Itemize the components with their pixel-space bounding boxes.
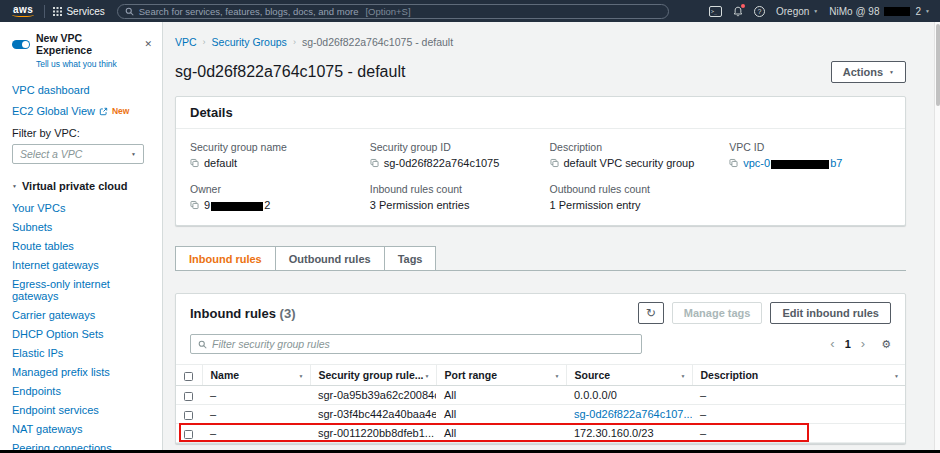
grid-icon [53,7,62,16]
refresh-icon: ↻ [646,306,656,320]
sidebar-item-nat-gateways[interactable]: NAT gateways [12,423,146,435]
sidebar-item-ec2-global-view[interactable]: EC2 Global View New [12,105,154,117]
tab-inbound-rules[interactable]: Inbound rules [175,246,276,271]
sort-icon: ▼ [894,373,899,379]
copy-icon[interactable] [550,158,559,168]
region-selector[interactable]: Oregon ▼ [776,6,818,17]
sidebar-item-route-tables[interactable]: Route tables [12,240,146,252]
vpc-sidebar: New VPC Experience ✕ Tell us what you th… [0,22,163,450]
copy-icon[interactable] [729,158,738,168]
filter-row: ‹ 1 › ⚙ [176,332,905,364]
new-badge: New [112,106,129,116]
sidebar-item-your-vpcs[interactable]: Your VPCs [12,202,146,214]
sidebar-item-dhcp-option-sets[interactable]: DHCP Option Sets [12,328,146,340]
vpc-id-link[interactable]: vpc-0b7 [743,157,842,169]
account-redaction [884,7,910,16]
select-all-header[interactable] [176,365,202,386]
page-scrollbar[interactable] [934,22,940,450]
details-card: Details Security group name default Secu… [175,96,906,226]
select-all-checkbox[interactable] [184,372,193,381]
security-group-id-value: sg-0d26f822a764c1075 [384,157,500,169]
gear-icon[interactable]: ⚙ [881,338,891,351]
sidebar-item-internet-gateways[interactable]: Internet gateways [12,259,146,271]
help-button[interactable]: ? [754,6,765,17]
previous-page-icon[interactable]: ‹ [830,339,834,349]
aws-logo[interactable]: aws [10,4,36,18]
edit-inbound-rules-button[interactable]: Edit inbound rules [770,302,891,324]
scrollbar-thumb[interactable] [936,24,940,106]
cell-port-range: All [436,405,566,424]
detail-owner: Owner 92 [190,183,352,211]
cell-rule-id: sgr-03f4bc442a40baa4e [310,405,436,424]
column-header-source[interactable]: Source▼ [566,365,692,386]
copy-icon[interactable] [190,158,199,168]
sidebar-item-subnets[interactable]: Subnets [12,221,146,233]
sidebar-item-egress-only-internet-gateways[interactable]: Egress-only internet gateways [12,278,146,302]
column-header-description[interactable]: Description▼ [692,365,905,386]
sidebar-item-vpc-dashboard[interactable]: VPC dashboard [12,84,154,96]
inbound-rules-title: Inbound rules (3) [190,306,295,321]
refresh-button[interactable]: ↻ [638,302,664,324]
detail-outbound-rules-count: Outbound rules count 1 Permission entry [550,183,712,211]
global-search-input[interactable]: Search for services, features, blogs, do… [117,4,669,19]
breadcrumb: VPC › Security Groups › sg-0d26f822a764c… [175,36,906,48]
search-shortcut-hint: [Option+S] [365,6,410,17]
account-menu[interactable]: NiMo @ 982 ▼ [829,6,930,17]
sidebar-item-endpoints[interactable]: Endpoints [12,385,146,397]
sidebar-item-managed-prefix-lists[interactable]: Managed prefix lists [12,366,146,378]
table-actions: ↻ Manage tags Edit inbound rules [638,302,891,324]
column-header-name[interactable]: Name▼ [202,365,310,386]
manage-tags-button[interactable]: Manage tags [672,302,763,324]
sidebar-item-elastic-ips[interactable]: Elastic IPs [12,347,146,359]
inbound-rules-table: Name▼ Security group rule...▼ Port range… [176,364,905,443]
section-virtual-private-cloud[interactable]: ▼ Virtual private cloud [12,180,154,192]
details-card-title: Details [176,97,905,129]
row-checkbox[interactable] [184,392,193,401]
close-icon[interactable]: ✕ [144,39,154,49]
page-number[interactable]: 1 [845,338,851,350]
next-page-icon[interactable]: › [861,339,865,349]
sidebar-item-carrier-gateways[interactable]: Carrier gateways [12,309,146,321]
cell-source-link[interactable]: sg-0d26f822a764c107... [566,405,692,424]
column-header-rule-id[interactable]: Security group rule...▼ [310,365,436,386]
cell-description: – [692,386,905,405]
question-icon: ? [754,6,765,17]
chevron-down-icon: ▼ [12,183,17,189]
tab-outbound-rules[interactable]: Outbound rules [275,246,385,271]
new-experience-toggle[interactable] [12,40,30,49]
cell-port-range: All [436,386,566,405]
inbound-rules-title-text: Inbound rules [190,306,276,321]
services-menu[interactable]: Services [53,6,104,17]
new-experience-label: New VPC Experience [36,32,138,56]
cell-description: – [692,424,905,443]
cloudshell-button[interactable]: >_ [709,6,722,17]
toggle-knob [22,41,29,48]
detail-security-group-id: Security group ID sg-0d26f822a764c1075 [370,141,532,169]
row-checkbox[interactable] [184,411,193,420]
copy-icon[interactable] [190,200,199,210]
actions-button[interactable]: Actions ▼ [831,61,906,83]
table-header-row: Name▼ Security group rule...▼ Port range… [176,365,905,386]
description-value: default VPC security group [564,157,695,169]
sidebar-nav-list: Your VPCs Subnets Route tables Internet … [12,202,154,450]
sidebar-item-endpoint-services[interactable]: Endpoint services [12,404,146,416]
sort-icon: ▼ [681,373,686,379]
vpc-select-dropdown[interactable]: Select a VPC ▼ [12,144,144,164]
page-header: sg-0d26f822a764c1075 - default Actions ▼ [175,60,906,84]
vpc-id-prefix: vpc-0 [743,157,770,169]
chevron-down-icon: ▼ [131,151,136,157]
breadcrumb-security-groups[interactable]: Security Groups [212,36,287,48]
row-checkbox[interactable] [184,430,193,439]
feedback-link[interactable]: Tell us what you think [36,59,154,69]
column-header-port-range[interactable]: Port range▼ [436,365,566,386]
rules-filter-input[interactable] [212,338,634,350]
sidebar-item-peering-connections[interactable]: Peering connections [12,442,146,450]
notifications-button[interactable] [733,6,743,17]
breadcrumb-vpc[interactable]: VPC [175,36,197,48]
tab-tags[interactable]: Tags [384,246,437,271]
aws-logo-text: aws [13,4,33,15]
owner-prefix: 9 [204,199,210,211]
copy-icon[interactable] [370,158,379,168]
search-placeholder: Search for services, features, blogs, do… [139,6,359,17]
breadcrumb-current: sg-0d26f822a764c1075 - default [302,36,453,48]
